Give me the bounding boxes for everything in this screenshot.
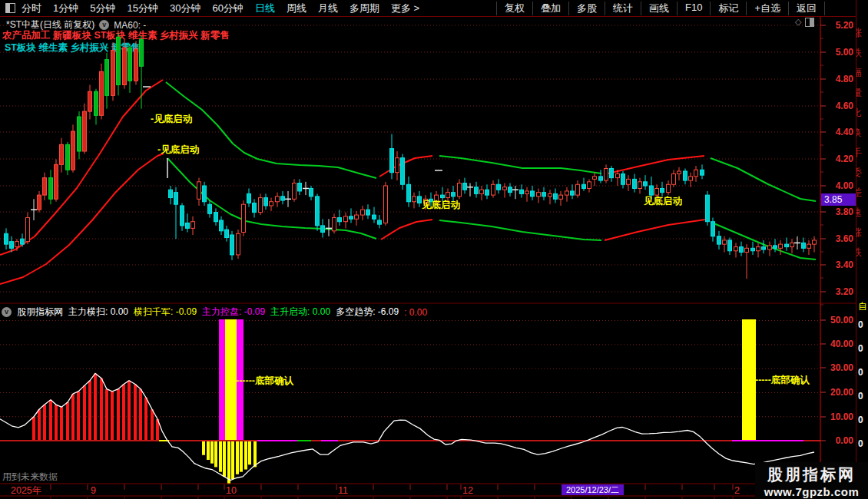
svg-text:3.60: 3.60 bbox=[836, 233, 854, 244]
period-toolbar: 分时 1分钟 5分钟 15分钟 30分钟 60分钟 日线 周线 月线 多周期 更… bbox=[0, 0, 868, 17]
svg-text:3.80: 3.80 bbox=[836, 207, 854, 217]
svg-text:9: 9 bbox=[91, 485, 96, 496]
stock-title: *ST中基(日线 前复权) bbox=[6, 18, 94, 31]
svg-text:4.00: 4.00 bbox=[836, 180, 854, 191]
trading-app-window: 农产品加工 新疆板块 ST板块 维生素 乡村振兴 新零售ST板块 维生素 乡村振… bbox=[0, 0, 868, 499]
watermark-url: www.7gpzb.com bbox=[755, 485, 868, 498]
indicator-field-extra: : 0.00 bbox=[404, 307, 427, 318]
watermark-site-name: 股朋指标网 bbox=[755, 464, 868, 485]
fuquan-button[interactable]: 复权 bbox=[496, 2, 532, 15]
svg-text:-见底启动: -见底启动 bbox=[151, 114, 193, 124]
svg-text:4.60: 4.60 bbox=[836, 101, 854, 111]
svg-text:11: 11 bbox=[338, 485, 348, 496]
sector-text: 农产品加工 新疆板块 ST板块 维生素 乡村振兴 新零售ST板块 维生素 乡村振… bbox=[2, 30, 230, 53]
svg-text:10: 10 bbox=[226, 485, 237, 496]
svg-text:0.00: 0.00 bbox=[836, 435, 854, 446]
indicator-field-duokong-qushi: 多空趋势: -6.09 bbox=[336, 306, 399, 319]
svg-text:4.40: 4.40 bbox=[836, 127, 854, 137]
clipped-glyph-column: 涨 跌 幅 量 比 换 手 委 差 速 涨 跌 bbox=[856, 23, 866, 263]
svg-text:2: 2 bbox=[734, 485, 740, 496]
tab-30min[interactable]: 30分钟 bbox=[170, 2, 200, 15]
chart-title-row: *ST中基(日线 前复权) v MA60: - bbox=[6, 18, 146, 31]
tab-5min[interactable]: 5分钟 bbox=[90, 2, 115, 15]
tab-monthly[interactable]: 月线 bbox=[318, 2, 338, 15]
diamond-icon[interactable]: ◇ bbox=[795, 17, 801, 27]
tab-60min[interactable]: 60分钟 bbox=[212, 2, 243, 15]
indicator-header: v 股朋指标网 主力横扫: 0.00 横扫千军: -0.09 主力控盘: -0.… bbox=[2, 306, 427, 319]
indicator-field-hengsao-qianjun: 横扫千军: -0.09 bbox=[134, 306, 197, 319]
svg-text:见底启动: 见底启动 bbox=[421, 200, 461, 210]
svg-text:农产品加工 新疆板块 ST板块 维生素 乡村振兴 新零售: 农产品加工 新疆板块 ST板块 维生素 乡村振兴 新零售 bbox=[2, 30, 230, 41]
svg-text:2025/12/23/二: 2025/12/23/二 bbox=[566, 485, 619, 494]
tab-multi-period[interactable]: 多周期 bbox=[350, 2, 379, 15]
tab-daily-active[interactable]: 日线 bbox=[255, 2, 275, 15]
indicator-source: 股朋指标网 bbox=[17, 306, 63, 319]
candlesticks bbox=[5, 33, 817, 279]
tab-1min[interactable]: 1分钟 bbox=[53, 2, 78, 15]
price-axis: 5.205.004.804.604.404.204.003.803.603.40… bbox=[820, 17, 856, 496]
svg-text:30.00: 30.00 bbox=[830, 362, 853, 373]
svg-text:2025年: 2025年 bbox=[11, 485, 41, 496]
add-watchlist-button[interactable]: +自选 bbox=[746, 2, 788, 15]
svg-text:4.80: 4.80 bbox=[836, 74, 854, 84]
svg-text:12: 12 bbox=[462, 485, 473, 496]
svg-text:-----底部确认: -----底部确认 bbox=[755, 375, 810, 385]
maximize-pane-icon[interactable] bbox=[805, 18, 814, 27]
stats-button[interactable]: 统计 bbox=[605, 2, 641, 15]
tool-buttons: 复权 叠加 多股 统计 画线 F10 标记 +自选 返回 bbox=[496, 2, 825, 15]
svg-text:3.40: 3.40 bbox=[836, 259, 854, 270]
collapse-chevron-icon[interactable]: v bbox=[99, 20, 109, 30]
watermark-box: 股朋指标网 www.7gpzb.com bbox=[755, 462, 868, 499]
indicator-field-zhuli-hengsao: 主力横扫: 0.00 bbox=[68, 306, 128, 319]
tab-15min[interactable]: 15分钟 bbox=[127, 2, 157, 15]
channel-bands bbox=[0, 80, 816, 284]
back-button[interactable]: 返回 bbox=[788, 2, 825, 15]
tab-weekly[interactable]: 周线 bbox=[287, 2, 306, 15]
right-sidebar-strip[interactable]: 涨 跌 幅 量 比 换 手 委 差 速 涨 跌 自 0 0 0 0 0 0 0 bbox=[856, 0, 868, 499]
svg-text:50.00: 50.00 bbox=[830, 315, 853, 326]
tab-fenshi[interactable]: 分时 bbox=[22, 2, 41, 15]
tab-more[interactable]: 更多 > bbox=[391, 2, 419, 15]
future-data-note: 用到未来数据 bbox=[2, 471, 58, 484]
svg-text:-见底启动: -见底启动 bbox=[157, 144, 200, 155]
ma60-value: MA60: - bbox=[114, 20, 146, 31]
indicator-field-zhusheng-qidong: 主升启动: 0.00 bbox=[270, 306, 330, 319]
svg-text:20.00: 20.00 bbox=[830, 387, 853, 398]
overlay-button[interactable]: 叠加 bbox=[532, 2, 568, 15]
indicator-panel: ------底部确认-----底部确认50.0040.0030.0020.001… bbox=[0, 315, 853, 484]
svg-text:40.00: 40.00 bbox=[830, 339, 853, 349]
period-tabs: 分时 1分钟 5分钟 15分钟 30分钟 60分钟 日线 周线 月线 多周期 更… bbox=[22, 2, 419, 15]
multi-stock-button[interactable]: 多股 bbox=[568, 2, 605, 15]
indicator-field-zhuli-kongpan: 主力控盘: -0.09 bbox=[202, 306, 265, 319]
draw-line-button[interactable]: 画线 bbox=[641, 2, 677, 15]
indicator-collapse-icon[interactable]: v bbox=[2, 307, 12, 317]
svg-text:5.00: 5.00 bbox=[836, 47, 854, 58]
svg-text:4.20: 4.20 bbox=[836, 154, 854, 164]
sidebar-tab-label: 自 bbox=[858, 300, 867, 313]
svg-text:10.00: 10.00 bbox=[830, 411, 853, 422]
pane-corner-icons: ◇ bbox=[795, 17, 814, 27]
mark-button[interactable]: 标记 bbox=[710, 2, 746, 15]
chart-canvas: 农产品加工 新疆板块 ST板块 维生素 乡村振兴 新零售ST板块 维生素 乡村振… bbox=[0, 0, 868, 499]
f10-button[interactable]: F10 bbox=[677, 2, 710, 15]
svg-text:3.20: 3.20 bbox=[836, 286, 854, 297]
clipped-values-column: 0 0 0 0 0 0 0 bbox=[858, 313, 863, 480]
svg-text:见底启动: 见底启动 bbox=[643, 196, 683, 207]
window-layout-icon[interactable] bbox=[5, 3, 15, 13]
svg-text:5.20: 5.20 bbox=[836, 20, 854, 31]
date-axis: 2025年910111222025/12/23/二 bbox=[0, 484, 868, 499]
svg-text:3.85: 3.85 bbox=[824, 194, 843, 205]
main-annotations: -见底启动-见底启动见底启动见底启动 bbox=[151, 114, 683, 210]
svg-text:------底部确认: ------底部确认 bbox=[236, 375, 293, 386]
